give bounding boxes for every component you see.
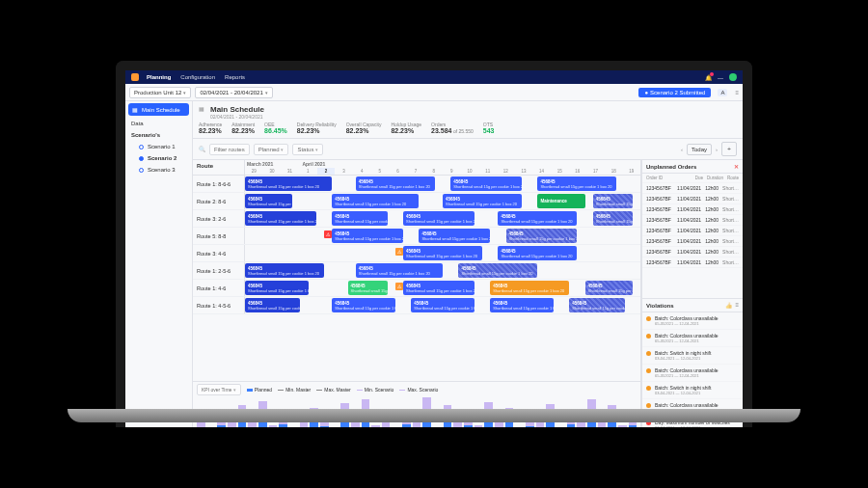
gantt-bar[interactable]: 456845Shortbread small 15g per cookie 1 … xyxy=(245,211,316,226)
prev-period-button[interactable]: ‹ xyxy=(681,147,683,152)
filter-icon[interactable]: ≡ xyxy=(735,302,739,309)
gantt-bar[interactable]: 456845Shortbread small 15g per cookie 1 … xyxy=(537,176,616,191)
nav-configuration[interactable]: Configuration xyxy=(180,74,215,80)
timeline-day[interactable]: 4 xyxy=(353,168,371,175)
gantt-bar[interactable]: 456845Shortbread small 15g per cookie 1 … xyxy=(506,229,578,243)
order-row[interactable]: 1234567BF11/04/202112h00Short… xyxy=(642,183,743,194)
timeline-day[interactable]: 12 xyxy=(497,168,515,175)
gantt-bar[interactable]: 456845Shortbread small 15g per cookie 1 … xyxy=(490,281,569,295)
violation-row[interactable]: Batch: Colorclass unavailable65-352021 —… xyxy=(642,330,743,347)
gantt-bar[interactable]: 456845Shortbread small 15g per cookie 1 … xyxy=(403,211,475,226)
order-row[interactable]: 1234567BF11/04/202112h00Short… xyxy=(642,226,743,236)
add-button[interactable]: ＋ xyxy=(721,142,737,156)
gantt-bar[interactable]: 456845Shortbread small 15g per cookie 1 … xyxy=(411,298,475,312)
gantt-track[interactable]: 456845Shortbread small 15g per cookie 1 … xyxy=(245,280,640,296)
timeline-day[interactable]: 14 xyxy=(532,168,551,175)
gantt-bar[interactable]: 456845Shortbread small 15g per cookie 1 … xyxy=(498,211,577,226)
close-icon[interactable]: ✕ xyxy=(734,163,739,170)
timeline-day[interactable]: 10 xyxy=(461,168,479,175)
order-row[interactable]: 1234567BF11/04/202112h00Short… xyxy=(642,258,743,268)
sidebar-scenario-3[interactable]: Scenario 3 xyxy=(125,164,192,176)
gantt-bar[interactable]: 456845Shortbread small 15g per cookie 1 … xyxy=(569,298,624,312)
gantt-bar[interactable]: 456845Shortbread small 15g per cookie 1 … xyxy=(332,229,403,243)
gantt-track[interactable]: 456845Shortbread small 15g per cookie 1 … xyxy=(245,210,640,227)
timeline-day[interactable]: 7 xyxy=(407,168,425,175)
kpi-chart-picker[interactable]: KPI over Time ▾ xyxy=(197,384,241,395)
timeline-day[interactable]: 6 xyxy=(389,168,407,175)
gantt-bar[interactable]: 456845Shortbread small 15g per cookie 1 … xyxy=(245,194,292,208)
timeline-day[interactable]: 11 xyxy=(478,168,497,175)
gantt-bar[interactable]: 456845Shortbread small 15g per cookie 1 … xyxy=(403,246,482,260)
filter-status[interactable]: Status ▾ xyxy=(292,144,323,155)
gantt-track[interactable]: 456845Shortbread small 15g per cookie 1 … xyxy=(245,176,640,192)
gantt-bar[interactable]: 456845Shortbread small 15g per cookie 1 … xyxy=(332,194,419,208)
warning-icon[interactable]: ⚠ xyxy=(324,230,332,238)
gantt-bar[interactable]: 456845Shortbread small 15g per cookie 1 … xyxy=(585,281,633,295)
submit-scenario-button[interactable]: ● Scenario 2 Submitted xyxy=(638,88,711,97)
unit-picker[interactable]: Production Unit 12 ▾ xyxy=(129,87,191,98)
gantt-bar[interactable]: 456845Shortbread small 15g per cookie 1 … xyxy=(245,298,300,312)
warning-icon[interactable]: ⚠ xyxy=(395,283,403,290)
order-row[interactable]: 1234567BF11/04/202112h00Short… xyxy=(642,204,743,215)
order-row[interactable]: 1234567BF11/04/202112h00Short… xyxy=(642,215,743,226)
gantt-bar[interactable]: 456845Shortbread small 15g per cookie 1 … xyxy=(356,263,443,278)
gantt-bar[interactable]: 456845Shortbread small 15g per cookie 1 … xyxy=(245,263,324,278)
timeline-day[interactable]: 16 xyxy=(569,168,587,175)
timeline-day[interactable]: 9 xyxy=(443,168,461,175)
gantt-bar[interactable]: 456845Shortbread small 15g per cookie 1 … xyxy=(419,229,490,243)
filter-search[interactable]: Filter routes xyxy=(209,144,250,155)
timeline-day[interactable]: 2 xyxy=(317,168,336,175)
timeline-day[interactable]: 18 xyxy=(605,168,623,175)
avatar[interactable] xyxy=(729,73,737,81)
sidebar-scenario-2[interactable]: Scenario 2 xyxy=(125,152,192,164)
gantt-bar[interactable]: 456845Shortbread small 15g per cookie 1 … xyxy=(450,176,522,191)
gantt-bar[interactable]: 456845Shortbread small 15g per cookie 1 … xyxy=(356,176,435,191)
timeline-day[interactable]: 5 xyxy=(370,168,389,175)
timeline-day[interactable]: 1 xyxy=(299,168,317,175)
timeline-day[interactable]: 8 xyxy=(424,168,443,175)
gantt-track[interactable]: ⚠456845Shortbread small 15g per cookie 1… xyxy=(245,245,640,261)
violation-row[interactable]: Batch: Switch in night shift03-04-2021 —… xyxy=(642,347,743,365)
gantt-bar[interactable]: Maintenance xyxy=(537,194,584,208)
timeline-day[interactable]: 17 xyxy=(586,168,605,175)
sidebar-data[interactable]: Data xyxy=(125,118,192,129)
order-row[interactable]: 1234567BF11/04/202112h00Short… xyxy=(642,194,743,204)
gantt-bar[interactable]: 456845Shortbread small 15g per cookie 1 … xyxy=(348,281,388,295)
sidebar-scenario-1[interactable]: Scenario 1 xyxy=(125,141,192,152)
gantt-track[interactable]: 456845Shortbread small 15g per cookie 1 … xyxy=(245,297,640,313)
timeline-day[interactable]: 30 xyxy=(263,168,282,175)
gantt-bar[interactable]: 456845Shortbread small 15g per cookie 1 … xyxy=(332,298,395,312)
warning-icon[interactable]: ⚠ xyxy=(395,248,403,256)
thumbs-up-icon[interactable]: 👍 xyxy=(725,302,732,309)
timeline-day[interactable]: 29 xyxy=(245,168,263,175)
gantt-bar[interactable]: 456845Shortbread small 15g per cookie 1 … xyxy=(498,246,577,260)
gantt-bar[interactable]: 456845Shortbread small 15g per cookie 1 … xyxy=(245,176,332,191)
gantt-bar[interactable]: 456845Shortbread small 15g per cookie 1 … xyxy=(458,263,537,278)
notifications-icon[interactable]: 🔔 xyxy=(705,74,712,81)
timeline-day[interactable]: 13 xyxy=(515,168,533,175)
sidebar-main-schedule[interactable]: ▦ Main Schedule xyxy=(128,103,189,116)
timeline-day[interactable]: 19 xyxy=(622,168,640,175)
gantt-bar[interactable]: 456845Shortbread small 15g per cookie 1 … xyxy=(490,298,554,312)
timeline-day[interactable]: 3 xyxy=(335,168,353,175)
gantt-bar[interactable]: 456845Shortbread small 15g per cookie 1 … xyxy=(593,211,633,226)
gantt-bar[interactable]: 456845Shortbread small 15g per cookie 1 … xyxy=(593,194,633,208)
settings-icon[interactable]: ⋯ xyxy=(718,74,723,81)
nav-reports[interactable]: Reports xyxy=(225,74,245,80)
violation-row[interactable]: Batch: Switch in night shift03-04-2021 —… xyxy=(642,382,743,399)
date-range-picker[interactable]: 02/04/2021 - 20/04/2021 ▾ xyxy=(195,87,272,98)
timeline-day[interactable]: 31 xyxy=(281,168,299,175)
gantt-bar[interactable]: 456845Shortbread small 15g per cookie 1 … xyxy=(403,281,475,295)
order-row[interactable]: 1234567BF11/04/202112h00Short… xyxy=(642,247,743,258)
gantt-track[interactable]: ⚠456845Shortbread small 15g per cookie 1… xyxy=(245,228,640,244)
gantt-track[interactable]: 456845Shortbread small 15g per cookie 1 … xyxy=(245,193,640,209)
nav-planning[interactable]: Planning xyxy=(147,74,171,80)
next-period-button[interactable]: › xyxy=(716,147,718,152)
order-row[interactable]: 1234567BF11/04/202112h00Short… xyxy=(642,236,743,247)
violation-row[interactable]: Batch: Colorclass unavailable65-352021 —… xyxy=(642,365,743,382)
menu-icon[interactable]: ≡ xyxy=(735,90,739,95)
gantt-bar[interactable]: 456845Shortbread small 15g per cookie 1 … xyxy=(332,211,387,226)
timeline-day[interactable]: 15 xyxy=(551,168,569,175)
violation-row[interactable]: Batch: Colorclass unavailable65-352021 —… xyxy=(642,312,743,330)
gantt-bar[interactable]: 456845Shortbread small 15g per cookie 1 … xyxy=(443,194,522,208)
